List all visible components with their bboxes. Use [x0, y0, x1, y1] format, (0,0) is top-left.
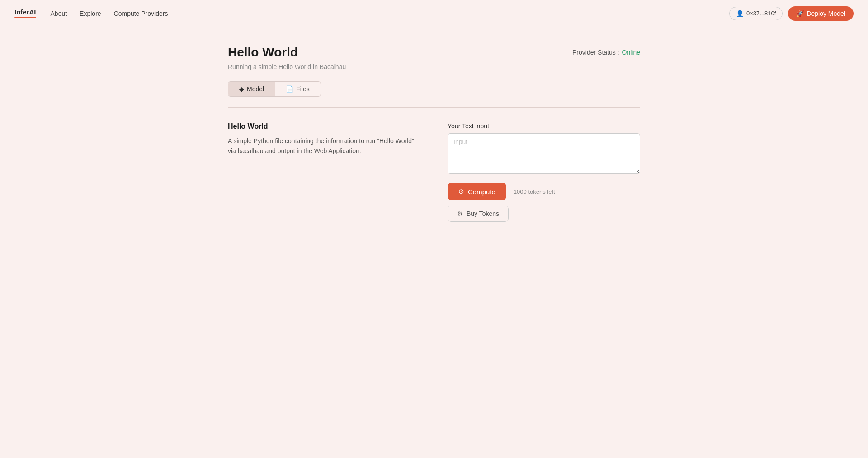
compute-button-label: Compute [468, 188, 495, 196]
input-label: Your Text input [448, 122, 640, 130]
deploy-icon: 🚀 [796, 10, 804, 17]
main-content: Hello World Provider Status : Online Run… [217, 27, 651, 240]
nav-left: InferAI About Explore Compute Providers [14, 9, 168, 18]
provider-status-label: Provider Status : [572, 49, 619, 56]
nav-link-compute-providers[interactable]: Compute Providers [114, 10, 168, 17]
compute-actions: ⊙ Compute 1000 tokens left [448, 183, 640, 200]
deploy-button-label: Deploy Model [807, 10, 845, 17]
model-tab-icon: ◆ [239, 85, 244, 93]
page-subtitle: Running a simple Hello World in Bacalhau [228, 63, 640, 70]
tabs: ◆ Model 📄 Files [228, 81, 321, 97]
logo-text: InferAI [14, 9, 36, 16]
wallet-badge[interactable]: 👤 0×37...810f [729, 7, 783, 20]
nav-link-about[interactable]: About [51, 10, 67, 17]
model-title: Hello World [228, 122, 420, 131]
navbar: InferAI About Explore Compute Providers … [0, 0, 868, 27]
nav-links: About Explore Compute Providers [51, 9, 168, 18]
compute-icon: ⊙ [458, 187, 464, 196]
content-area: Hello World A simple Python file contain… [228, 122, 640, 222]
provider-status-value: Online [622, 49, 640, 56]
left-panel: Hello World A simple Python file contain… [228, 122, 420, 156]
page-header: Hello World Provider Status : Online [228, 45, 640, 60]
compute-button[interactable]: ⊙ Compute [448, 183, 506, 200]
tab-model[interactable]: ◆ Model [228, 82, 275, 96]
deploy-model-button[interactable]: 🚀 Deploy Model [788, 6, 854, 21]
tab-model-label: Model [247, 85, 264, 93]
buy-tokens-icon: ⚙ [457, 210, 463, 217]
tab-files-label: Files [296, 85, 310, 93]
wallet-icon: 👤 [736, 10, 744, 17]
nav-right: 👤 0×37...810f 🚀 Deploy Model [729, 6, 854, 21]
buy-tokens-label: Buy Tokens [467, 210, 499, 217]
wallet-address: 0×37...810f [746, 10, 776, 17]
section-divider [228, 107, 640, 108]
logo-underline [14, 17, 36, 18]
text-input[interactable] [448, 133, 640, 174]
provider-status: Provider Status : Online [572, 45, 640, 56]
tokens-left: 1000 tokens left [514, 188, 555, 195]
tab-files[interactable]: 📄 Files [275, 82, 321, 96]
buy-tokens-button[interactable]: ⚙ Buy Tokens [448, 206, 509, 222]
files-tab-icon: 📄 [286, 85, 293, 93]
logo[interactable]: InferAI [14, 9, 36, 18]
model-description: A simple Python file containing the info… [228, 136, 420, 156]
right-panel: Your Text input ⊙ Compute 1000 tokens le… [448, 122, 640, 222]
page-title: Hello World [228, 45, 298, 60]
nav-link-explore[interactable]: Explore [80, 10, 101, 17]
